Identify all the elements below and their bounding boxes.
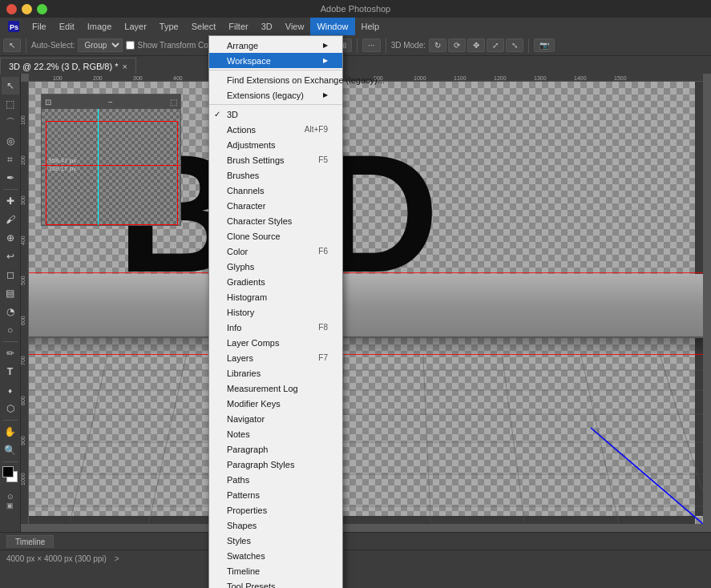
menu-item-view[interactable]: View (279, 18, 311, 35)
menu-modifier-keys[interactable]: Modifier Keys (209, 396, 342, 411)
menu-glyphs[interactable]: Glyphs (209, 259, 342, 274)
menu-item-type[interactable]: Type (153, 18, 185, 35)
menu-item-image[interactable]: Image (81, 18, 119, 35)
menu-patterns[interactable]: Patterns (209, 487, 342, 502)
menu-character[interactable]: Character (209, 198, 342, 213)
menu-layer-comps[interactable]: Layer Comps (209, 335, 342, 350)
menu-properties[interactable]: Properties (209, 502, 342, 518)
menu-brush-settings[interactable]: Brush Settings F5 (209, 152, 342, 167)
menu-item-select[interactable]: Select (185, 18, 223, 35)
tool-lasso[interactable]: ⌒ (2, 114, 19, 131)
menu-tool-presets[interactable]: Tool Presets (209, 578, 342, 588)
menu-timeline[interactable]: Timeline (209, 563, 342, 578)
tool-type[interactable]: T (2, 363, 19, 381)
3d-rotate-btn[interactable]: ↻ (429, 38, 446, 52)
menu-item-window[interactable]: Window (310, 18, 354, 35)
foreground-color[interactable] (2, 466, 14, 477)
menu-brushes[interactable]: Brushes (209, 167, 342, 183)
tool-eyedropper[interactable]: ✒ (2, 169, 19, 187)
svg-text:600: 600 (21, 316, 26, 325)
move-tool-icon[interactable]: ↖ (3, 38, 21, 52)
show-transform-checkbox[interactable] (126, 41, 135, 50)
menu-paragraph-styles[interactable]: Paragraph Styles (209, 457, 342, 472)
menu-paragraph[interactable]: Paragraph (209, 441, 342, 457)
menu-extensions[interactable]: Extensions (legacy) (209, 87, 342, 103)
tool-dodge[interactable]: ○ (2, 321, 19, 339)
auto-select-dropdown[interactable]: Group Layer (78, 38, 123, 52)
svg-text:1000: 1000 (21, 473, 26, 485)
menu-histogram[interactable]: Histogram (209, 289, 342, 304)
close-button[interactable] (6, 4, 17, 14)
menu-arrange[interactable]: Arrange (209, 38, 342, 53)
menu-gradients[interactable]: Gradients (209, 274, 342, 289)
menu-clone-source[interactable]: Clone Source (209, 228, 342, 244)
tool-crop[interactable]: ⌗ (2, 151, 19, 168)
menu-item-help[interactable]: Help (355, 18, 386, 35)
navigator-expand[interactable]: ⬚ (170, 98, 177, 107)
menu-shapes[interactable]: Shapes (209, 518, 342, 533)
navigator-minimize[interactable]: − (108, 98, 113, 107)
menu-color[interactable]: Color F6 (209, 244, 342, 259)
timeline-tab[interactable]: Timeline (6, 535, 54, 548)
quick-mask-btn[interactable]: ⊙ (7, 493, 14, 501)
tool-gradient[interactable]: ▤ (2, 284, 19, 302)
menu-swatches[interactable]: Swatches (209, 548, 342, 563)
menu-styles[interactable]: Styles (209, 533, 342, 548)
menu-channels[interactable]: Channels (209, 183, 342, 198)
toolbar-sep-3 (357, 38, 358, 53)
3d-roll-btn[interactable]: ⟳ (448, 38, 466, 52)
menu-measurement-log[interactable]: Measurement Log (209, 381, 342, 396)
tool-quick-select[interactable]: ◎ (2, 132, 19, 150)
menu-workspace[interactable]: Workspace (209, 53, 342, 68)
minimize-button[interactable] (22, 4, 32, 14)
menu-paths[interactable]: Paths (209, 472, 342, 487)
3d-mode-label: 3D Mode: (391, 41, 426, 50)
tool-shape[interactable]: ⬡ (2, 400, 19, 417)
tool-brush[interactable]: 🖌 (2, 211, 19, 228)
tool-move[interactable]: ↖ (2, 77, 19, 95)
menu-item-filter[interactable]: Filter (222, 18, 254, 35)
tool-separator-3 (3, 420, 18, 421)
tool-marquee[interactable]: ⬚ (2, 95, 19, 113)
window-menu-dropdown[interactable]: Arrange Workspace Find Extensions on Exc… (208, 35, 343, 588)
3d-scale-btn[interactable]: ⤡ (506, 38, 523, 52)
menu-item-ps[interactable]: Ps (2, 18, 26, 35)
status-arrow[interactable]: > (115, 554, 119, 563)
menu-item-3d[interactable]: 3D (255, 18, 279, 35)
toolbar-sep-4 (386, 38, 386, 53)
menu-3d[interactable]: 3D (209, 107, 342, 122)
3d-slide-btn[interactable]: ⤢ (487, 38, 504, 52)
menu-item-file[interactable]: File (26, 18, 53, 35)
menu-notes[interactable]: Notes (209, 426, 342, 441)
restore-button[interactable] (37, 4, 47, 14)
tool-pen[interactable]: ✏ (2, 344, 19, 362)
tool-eraser[interactable]: ◻ (2, 266, 19, 284)
tool-hand[interactable]: ✋ (2, 423, 19, 441)
menu-navigator[interactable]: Navigator (209, 411, 342, 426)
more-btn[interactable]: ··· (362, 38, 380, 52)
menu-libraries[interactable]: Libraries (209, 365, 342, 381)
3d-pan-btn[interactable]: ✥ (467, 38, 485, 52)
tool-history-brush[interactable]: ↩ (2, 248, 19, 265)
screen-mode-btn[interactable]: ▣ (6, 501, 14, 509)
tool-stamp[interactable]: ⊕ (2, 229, 19, 247)
menu-actions[interactable]: Actions Alt+F9 (209, 122, 342, 137)
menu-info[interactable]: Info F8 (209, 320, 342, 335)
document-tab[interactable]: 3D @ 22.2% (3 D, RGB/8) * × (0, 58, 136, 74)
tool-path-selection[interactable]: ⬧ (2, 381, 19, 399)
svg-text:1300: 1300 (534, 75, 547, 81)
menu-item-edit[interactable]: Edit (53, 18, 81, 35)
tool-zoom[interactable]: 🔍 (2, 441, 19, 459)
camera-btn[interactable]: 📷 (534, 38, 555, 52)
document-tab-close[interactable]: × (123, 62, 127, 71)
menu-layers[interactable]: Layers F7 (209, 350, 342, 365)
menu-adjustments[interactable]: Adjustments (209, 137, 342, 152)
tool-blur[interactable]: ◔ (2, 303, 19, 320)
menu-item-layer[interactable]: Layer (118, 18, 153, 35)
toolbar: ↖ Auto-Select: Group Layer Show Transfor… (0, 35, 711, 56)
menu-character-styles[interactable]: Character Styles (209, 213, 342, 228)
tool-healing[interactable]: ✚ (2, 192, 19, 210)
menu-find-extensions[interactable]: Find Extensions on Exchange (legacy)... (209, 72, 342, 87)
menu-history[interactable]: History (209, 304, 342, 320)
canvas-area[interactable]: 100 200 300 400 500 600 700 800 900 1000… (21, 74, 711, 532)
